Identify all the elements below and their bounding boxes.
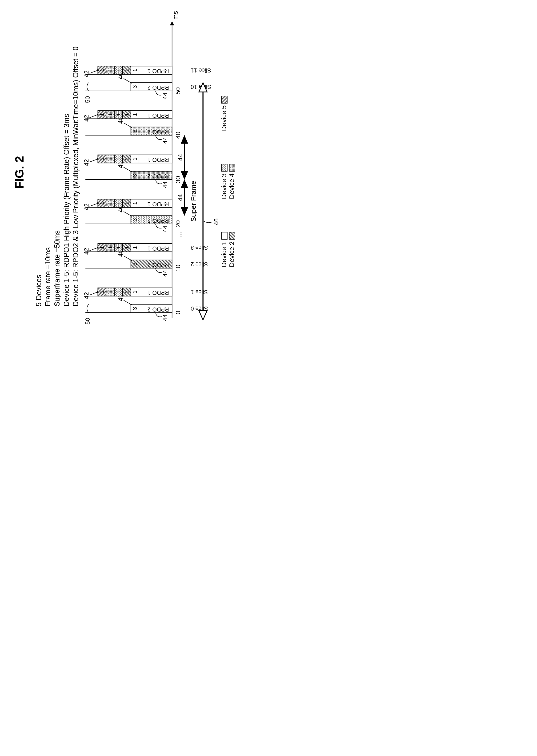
svg-text:1: 1 bbox=[132, 157, 138, 160]
ref-50a: 50 bbox=[84, 318, 91, 325]
svg-text:1: 1 bbox=[124, 202, 130, 205]
svg-text:1: 1 bbox=[124, 113, 130, 116]
hdr-line5: Device 1-5: RPDO2 & 3 Low Priority (Mult… bbox=[71, 47, 80, 306]
legend-d3: Device 3 bbox=[220, 174, 227, 199]
count3: 3 bbox=[132, 307, 138, 310]
superframe-label: Super Frame bbox=[189, 181, 197, 222]
slice-0: RPDO 2 3 Slice 0 0 50 44 40 bbox=[84, 294, 208, 325]
svg-text:1: 1 bbox=[115, 157, 121, 160]
ref-42-1: 42 bbox=[83, 292, 90, 299]
tick-30: 30 bbox=[174, 176, 182, 183]
slice-label-11: Slice 11 bbox=[190, 67, 211, 74]
svg-text:1: 1 bbox=[132, 246, 138, 249]
slice-label-3: Slice 3 bbox=[190, 245, 208, 251]
ref-42-5: 42 bbox=[83, 204, 90, 210]
ref-44-8: 44 bbox=[162, 137, 169, 144]
svg-line-92 bbox=[124, 123, 131, 127]
hdr-line3: Superframe rate =50ms bbox=[53, 230, 61, 306]
svg-text:1: 1 bbox=[99, 291, 105, 294]
svg-line-32 bbox=[124, 256, 131, 260]
svg-text:1: 1 bbox=[132, 113, 138, 116]
svg-line-26 bbox=[90, 292, 98, 295]
svg-text:1: 1 bbox=[99, 246, 105, 249]
slice-2: RPDO 2 3 Slice 2 10 44 40 bbox=[85, 250, 208, 277]
svg-line-112 bbox=[124, 79, 131, 83]
svg-text:RPDO 2: RPDO 2 bbox=[147, 129, 169, 135]
between-44-b: 44 bbox=[177, 136, 185, 179]
svg-text:RPDO 2: RPDO 2 bbox=[147, 85, 169, 91]
ref-44-10: 44 bbox=[162, 93, 169, 99]
ref-50b: 50 bbox=[84, 96, 91, 103]
tick-40: 40 bbox=[174, 132, 182, 139]
slice-9: RPDO 1 1 1 1 1 1 42 bbox=[83, 111, 172, 122]
ref-44-4: 44 bbox=[162, 226, 169, 232]
svg-line-86 bbox=[90, 159, 98, 162]
svg-text:3: 3 bbox=[132, 130, 138, 133]
ref-44-0: 44 bbox=[162, 314, 169, 321]
svg-text:44: 44 bbox=[177, 154, 184, 161]
hdr-line4: Device 1-5: RDPO1 High Priority (Frame R… bbox=[62, 114, 70, 306]
svg-text:1: 1 bbox=[124, 69, 130, 72]
legend-d1: Device 1 bbox=[220, 241, 227, 267]
svg-line-13 bbox=[124, 300, 131, 304]
svg-text:1: 1 bbox=[115, 69, 121, 72]
svg-rect-132 bbox=[222, 232, 227, 240]
slice-label-2: Slice 2 bbox=[190, 261, 208, 267]
svg-rect-134 bbox=[222, 164, 227, 171]
svg-line-72 bbox=[124, 167, 131, 172]
svg-rect-133 bbox=[229, 232, 235, 240]
ref-42-3: 42 bbox=[83, 248, 90, 255]
svg-text:1: 1 bbox=[115, 246, 121, 249]
rpdo2-label: RPDO 2 bbox=[147, 306, 169, 313]
tick-0: 0 bbox=[174, 311, 182, 315]
axis-unit: ms bbox=[172, 11, 179, 20]
svg-text:1: 1 bbox=[107, 246, 113, 249]
svg-text:3: 3 bbox=[132, 218, 138, 221]
slice-3: RPDO 1 1 1 1 1 1 Slice 3 42 bbox=[83, 244, 208, 255]
svg-text:1: 1 bbox=[99, 113, 105, 116]
hdr-line1: 5 Devices bbox=[35, 275, 43, 306]
svg-text:RPDO 1: RPDO 1 bbox=[147, 68, 169, 74]
svg-text:1: 1 bbox=[124, 246, 130, 249]
header-block: 5 Devices Frame rate =10ms Superframe ra… bbox=[35, 47, 80, 306]
svg-text:3: 3 bbox=[132, 174, 138, 177]
slice-6: RPDO 2 3 30 44 40 bbox=[85, 161, 182, 188]
legend: Device 1 Device 2 Device 3 Device 4 Devi… bbox=[220, 96, 235, 267]
svg-text:1: 1 bbox=[124, 291, 130, 294]
svg-line-66 bbox=[90, 203, 98, 206]
hdr-line2: Frame rate =10ms bbox=[44, 247, 52, 306]
svg-text:1: 1 bbox=[107, 291, 113, 294]
svg-rect-136 bbox=[222, 96, 227, 103]
legend-d2: Device 2 bbox=[228, 241, 235, 267]
ref-42-11: 42 bbox=[83, 70, 90, 77]
slice-7: RPDO 1 1 1 1 1 1 42 bbox=[83, 155, 172, 166]
svg-text:3: 3 bbox=[132, 85, 138, 88]
svg-text:RPDO 1: RPDO 1 bbox=[147, 201, 169, 208]
ellipsis: ... bbox=[175, 231, 183, 237]
rpdo1-label: RPDO 1 bbox=[147, 290, 169, 296]
tick-10: 10 bbox=[174, 264, 182, 272]
svg-text:1: 1 bbox=[99, 157, 105, 160]
svg-text:1: 1 bbox=[115, 291, 121, 294]
svg-text:1: 1 bbox=[132, 202, 138, 205]
svg-text:RPDO 1: RPDO 1 bbox=[147, 245, 169, 252]
tick-50: 50 bbox=[174, 87, 182, 95]
superframe-span: Super Frame 46 bbox=[189, 83, 220, 320]
ref-42-9: 42 bbox=[83, 115, 90, 122]
slice-11: RPDO 1 1 1 1 1 1 Slice 11 42 bbox=[83, 66, 211, 77]
svg-text:1: 1 bbox=[124, 157, 130, 160]
ref-46: 46 bbox=[213, 219, 220, 225]
svg-text:1: 1 bbox=[99, 202, 105, 205]
svg-text:1: 1 bbox=[107, 157, 113, 160]
between-44-a: 44 bbox=[177, 181, 185, 215]
ref-44-2: 44 bbox=[162, 270, 169, 277]
svg-rect-135 bbox=[229, 164, 235, 171]
svg-text:3: 3 bbox=[132, 262, 138, 266]
svg-text:RPDO 1: RPDO 1 bbox=[147, 112, 169, 119]
slice-5: RPDO 1 1 1 1 1 1 42 bbox=[83, 199, 172, 210]
svg-text:RPDO 2: RPDO 2 bbox=[147, 262, 169, 268]
svg-text:1: 1 bbox=[132, 291, 138, 294]
svg-line-106 bbox=[90, 115, 98, 118]
slice-1: RPDO 1 1 1 1 1 1 Slice 1 42 bbox=[83, 288, 208, 299]
svg-line-126 bbox=[90, 70, 98, 73]
